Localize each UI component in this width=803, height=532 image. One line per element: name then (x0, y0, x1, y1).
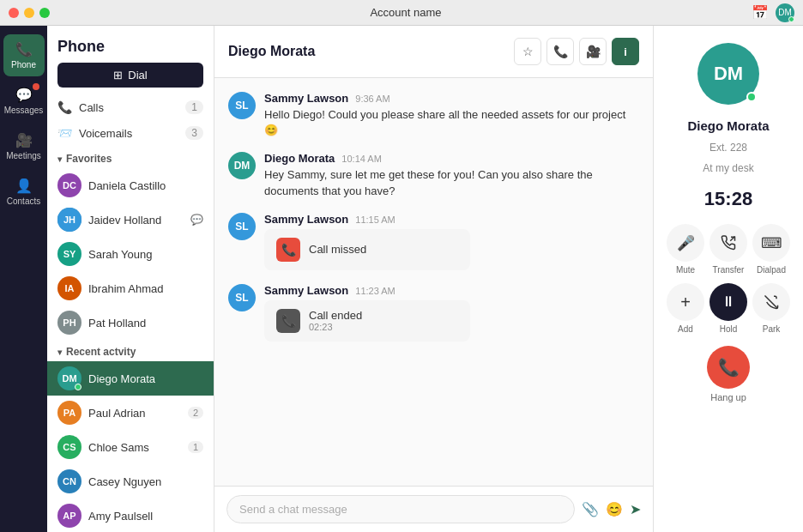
favorites-header[interactable]: ▾ Favorites (47, 146, 214, 168)
dial-label: Dial (128, 69, 147, 82)
info-button[interactable]: i (612, 38, 639, 65)
meetings-icon: 🎥 (15, 132, 33, 148)
attachment-icon[interactable]: 📎 (582, 501, 599, 517)
maximize-button[interactable] (39, 8, 50, 18)
send-button[interactable]: ➤ (630, 501, 641, 517)
video-call-button[interactable]: 🎥 (579, 38, 607, 65)
message-text: Hello Diego! Could you please share all … (264, 107, 639, 138)
unread-badge: 1 (188, 441, 203, 453)
sidebar-item-contacts[interactable]: 👤 Contacts (3, 171, 45, 213)
hangup-button[interactable]: 📞 (707, 346, 750, 389)
phone-icon: 📞 (553, 45, 568, 58)
transfer-button[interactable]: Transfer (709, 224, 747, 275)
sidebar-item-phone[interactable]: 📞 Phone (3, 34, 45, 76)
star-button[interactable]: ☆ (514, 38, 541, 65)
mute-button[interactable]: 🎤 Mute (667, 224, 704, 275)
hangup-icon: 📞 (718, 357, 740, 378)
emoji-icon[interactable]: 😊 (606, 501, 623, 517)
avatar: IA (57, 276, 82, 300)
list-item[interactable]: DC Daniela Castillo (47, 168, 214, 203)
list-item[interactable]: PH Pat Holland (47, 305, 214, 339)
call-ended-info: Call ended 02:23 (309, 309, 362, 332)
contact-name: Pat Holland (88, 317, 203, 329)
favorites-label: Favorites (66, 153, 112, 165)
contact-name: Jaidev Holland (88, 214, 184, 227)
audio-call-button[interactable]: 📞 (546, 38, 574, 65)
star-icon: ☆ (522, 45, 534, 58)
list-item[interactable]: CN Casey Nguyen (47, 464, 214, 499)
list-item[interactable]: SY Sarah Young (47, 237, 214, 271)
message-group: SL Sammy Lawson 11:23 AM 📞 Call ended 02… (228, 284, 639, 342)
list-item[interactable]: JH Jaidev Holland 💬 (47, 203, 214, 237)
contact-location: At my desk (703, 162, 753, 174)
info-icon: i (624, 45, 627, 58)
sender-name: Sammy Lawson (264, 213, 348, 226)
call-controls-row-1: 🎤 Mute Transfer ⌨ Dialpad (664, 224, 793, 275)
chat-input[interactable] (226, 495, 575, 523)
call-missed-label: Call missed (309, 243, 366, 256)
park-icon (752, 283, 790, 321)
message-group: DM Diego Morata 10:14 AM Hey Sammy, sure… (228, 152, 639, 198)
contact-name-large: Diego Morata (687, 118, 769, 133)
unread-badge: 2 (188, 407, 203, 419)
contact-name: Chloe Sams (88, 441, 181, 454)
avatar: DC (57, 173, 82, 197)
minimize-button[interactable] (24, 8, 34, 18)
add-icon: + (667, 283, 704, 321)
sidebar-item-meetings[interactable]: 🎥 Meetings (3, 125, 45, 167)
park-button[interactable]: Park (752, 283, 790, 334)
voicemail-icon: 📨 (57, 126, 72, 140)
contact-name: Sarah Young (88, 248, 203, 261)
right-panel: DM Diego Morata Ext. 228 At my desk 15:2… (653, 26, 803, 532)
ended-call-icon: 📞 (276, 309, 300, 333)
dialpad-icon: ⌨ (752, 224, 790, 262)
missed-call-icon: 📞 (276, 238, 300, 262)
call-controls: 🎤 Mute Transfer ⌨ Dialpad (664, 224, 793, 402)
sender-name: Sammy Lawson (264, 284, 348, 297)
calendar-icon[interactable]: 📅 (752, 4, 769, 21)
avatar: CN (57, 469, 82, 493)
chat-action-buttons: ☆ 📞 🎥 i (514, 38, 639, 65)
list-item[interactable]: PA Paul Adrian 2 (47, 396, 214, 430)
list-item[interactable]: CS Chloe Sams 1 (47, 430, 214, 464)
contact-name: Amy Paulsell (88, 510, 203, 523)
sender-name: Sammy Lawson (264, 92, 348, 105)
call-missed-card: 📞 Call missed (264, 229, 470, 270)
sender-avatar: SL (228, 284, 256, 311)
add-button[interactable]: + Add (667, 283, 704, 334)
calls-section[interactable]: 📞 Calls 1 (47, 94, 214, 120)
sender-name: Diego Morata (264, 152, 335, 165)
list-item[interactable]: IA Ibrahim Ahmad (47, 271, 214, 305)
messages-badge (33, 83, 39, 90)
dial-button[interactable]: ⊞ Dial (57, 63, 203, 88)
recent-header[interactable]: ▾ Recent actvity (47, 339, 214, 361)
contact-initials: DM (714, 63, 743, 85)
avatar: AP (57, 504, 82, 528)
avatar-icon[interactable]: DM (776, 3, 794, 22)
sidebar-item-messages[interactable]: 💬 Messages (3, 80, 45, 122)
list-item[interactable]: AP Amy Paulsell (47, 499, 214, 532)
dialpad-button[interactable]: ⌨ Dialpad (752, 224, 790, 275)
close-button[interactable] (9, 8, 19, 18)
chat-header: Diego Morata ☆ 📞 🎥 i (214, 26, 653, 78)
mute-icon: 🎤 (667, 224, 704, 262)
message-content: Sammy Lawson 9:36 AM Hello Diego! Could … (264, 92, 639, 138)
calls-icon: 📞 (57, 100, 72, 114)
contact-name: Casey Nguyen (88, 475, 203, 488)
phone-icon: 📞 (15, 41, 33, 57)
list-item[interactable]: DM Diego Morata (47, 361, 214, 396)
voicemails-section[interactable]: 📨 Voicemails 3 (47, 120, 214, 146)
sidebar-nav: 📞 Phone 💬 Messages 🎥 Meetings 👤 Contacts (0, 26, 47, 532)
hold-button[interactable]: ⏸ Hold (709, 283, 747, 334)
window-title: Account name (60, 6, 752, 19)
message-time: 11:15 AM (355, 215, 395, 225)
message-group: SL Sammy Lawson 9:36 AM Hello Diego! Cou… (228, 92, 639, 138)
park-label: Park (763, 324, 781, 334)
favorites-chevron-icon: ▾ (57, 154, 62, 164)
call-timer: 15:28 (704, 188, 752, 210)
contact-name: Paul Adrian (88, 407, 181, 420)
calls-section-left: 📞 Calls (57, 100, 104, 114)
panel-header: Phone ⊞ Dial (47, 26, 214, 94)
message-group: SL Sammy Lawson 11:15 AM 📞 Call missed (228, 213, 639, 270)
avatar: PA (57, 401, 82, 425)
